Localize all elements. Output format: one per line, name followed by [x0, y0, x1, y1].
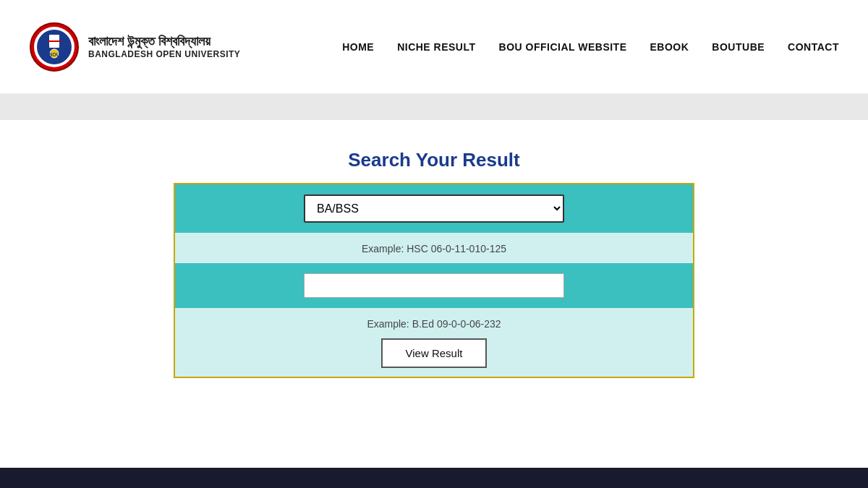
program-row: BA/BSS HSC SSC B.Ed MBA BBA BNS Certific…	[175, 184, 693, 233]
main-content: Search Your Result BA/BSS HSC SSC B.Ed M…	[0, 120, 868, 393]
svg-rect-4	[48, 40, 61, 42]
logo-text: বাংলাদেশ উন্মুক্ত বিশ্ববিদ্যালয় BANGLAD…	[88, 34, 240, 59]
nav-bou-official[interactable]: BOU OFFICIAL WEBSITE	[499, 41, 627, 53]
site-header: BOU বাংলাদেশ উন্মুক্ত বিশ্ববিদ্যালয় BAN…	[0, 0, 868, 94]
nav-contact[interactable]: CONTACT	[788, 41, 839, 53]
bou-logo-icon: BOU	[29, 22, 80, 72]
svg-text:BOU: BOU	[48, 52, 60, 57]
logo-bengali-text: বাংলাদেশ উন্মুক্ত বিশ্ববিদ্যালয়	[88, 34, 240, 49]
nav-ebook[interactable]: EBOOK	[650, 41, 689, 53]
logo-english-text: BANGLADESH OPEN UNIVERSITY	[88, 49, 240, 59]
main-nav: HOME NICHE RESULT BOU OFFICIAL WEBSITE E…	[342, 41, 839, 53]
nav-home[interactable]: HOME	[342, 41, 374, 53]
nav-boutube[interactable]: BOUTUBE	[712, 41, 765, 53]
example-reg2-row: Example: B.Ed 09-0-0-06-232 View Result	[175, 308, 693, 377]
example-reg2-text: Example: B.Ed 09-0-0-06-232	[367, 318, 501, 330]
example-reg-row: Example: HSC 06-0-11-010-125	[175, 233, 693, 263]
view-result-button[interactable]: View Result	[381, 338, 488, 368]
footer-bar	[0, 468, 868, 488]
nav-niche-result[interactable]: NICHE RESULT	[397, 41, 475, 53]
reg-input-row	[175, 263, 693, 308]
search-container: BA/BSS HSC SSC B.Ed MBA BBA BNS Certific…	[174, 183, 694, 378]
page-title: Search Your Result	[348, 149, 519, 171]
registration-input[interactable]	[304, 273, 564, 298]
sub-header-bar	[0, 94, 868, 120]
example-reg-text: Example: HSC 06-0-11-010-125	[362, 243, 506, 254]
program-select[interactable]: BA/BSS HSC SSC B.Ed MBA BBA BNS Certific…	[304, 194, 564, 223]
logo-area: BOU বাংলাদেশ উন্মুক্ত বিশ্ববিদ্যালয় BAN…	[29, 22, 240, 72]
